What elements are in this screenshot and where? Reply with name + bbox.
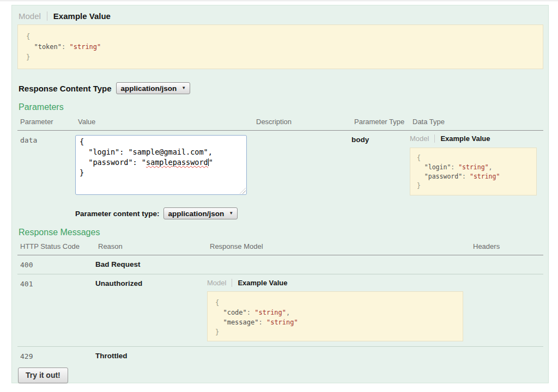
response-row-429: 429 Throttled xyxy=(17,347,543,366)
col-header-http-status-code: HTTP Status Code xyxy=(17,238,95,255)
parameter-type: body xyxy=(351,131,410,196)
response-row-401: 401 Unauthorized Model Example Value { "… xyxy=(17,274,543,347)
parameter-row-data: data { "login": "sample@gmail.com", "pas… xyxy=(17,131,543,196)
response-messages-table: HTTP Status Code Reason Response Model H… xyxy=(17,238,543,365)
response-content-type-row: Response Content Type application/json ▼ xyxy=(19,82,543,94)
col-header-parameter-type: Parameter Type xyxy=(351,113,410,131)
col-header-value: Value xyxy=(75,113,253,131)
parameter-content-type-label: Parameter content type: xyxy=(75,210,160,218)
response-401-example-code: { "code": "string", "message": "string" … xyxy=(207,291,463,341)
col-header-reason: Reason xyxy=(95,238,207,255)
data-type-tabs: Model Example Value xyxy=(410,134,543,143)
status-code: 400 xyxy=(17,255,95,274)
col-header-parameter: Parameter xyxy=(17,113,75,131)
textarea-text: "login": "sample@gmail.com", xyxy=(80,147,242,157)
tab-divider xyxy=(434,134,435,143)
code-text: { xyxy=(417,154,421,162)
col-header-headers: Headers xyxy=(470,238,543,255)
parameter-name: data xyxy=(17,131,75,196)
response-content-type-label: Response Content Type xyxy=(19,84,112,93)
data-type-example-code: { "login": "string", "password": "string… xyxy=(410,148,537,195)
tab-model[interactable]: Model xyxy=(19,11,41,21)
parameters-heading: Parameters xyxy=(19,102,543,112)
parameters-table: Parameter Value Description Parameter Ty… xyxy=(17,113,543,219)
status-code: 401 xyxy=(17,274,95,347)
response-row-400: 400 Bad Request xyxy=(17,255,543,274)
code-text: { xyxy=(26,33,30,40)
tab-model[interactable]: Model xyxy=(410,134,429,143)
chevron-down-icon: ▼ xyxy=(229,211,233,216)
textarea-text: { xyxy=(80,137,242,147)
code-text: } xyxy=(26,53,30,61)
reason: Throttled xyxy=(95,347,207,366)
code-text: } xyxy=(215,328,219,336)
tab-example-value[interactable]: Example Value xyxy=(238,279,287,287)
response-class-tabs: Model Example Value xyxy=(19,11,543,21)
textarea-text: } xyxy=(80,168,242,178)
textarea-resize-handle[interactable] xyxy=(240,188,246,194)
reason: Unauthorized xyxy=(95,274,207,347)
swagger-operation-panel: Model Example Value { "token": "string" … xyxy=(11,5,549,383)
code-text: { xyxy=(215,299,219,307)
chevron-down-icon: ▼ xyxy=(181,86,186,90)
tab-model[interactable]: Model xyxy=(207,279,226,287)
code-text: "token" xyxy=(26,43,62,51)
status-code: 429 xyxy=(17,347,95,366)
parameter-content-type-row: Parameter content type: application/json… xyxy=(75,207,543,219)
select-value: application/json xyxy=(121,84,177,93)
col-header-description: Description xyxy=(253,113,351,131)
textarea-text: "password": "samplepassword" xyxy=(80,157,242,168)
tab-divider xyxy=(232,279,232,287)
tab-divider xyxy=(47,11,47,21)
misspelled-word: samplepassword xyxy=(146,158,208,167)
response-messages-heading: Response Messages xyxy=(19,228,543,237)
col-header-data-type: Data Type xyxy=(410,113,543,131)
code-text: } xyxy=(417,182,421,189)
response-example-code: { "token": "string" } xyxy=(17,24,543,69)
try-it-out-button[interactable]: Try it out! xyxy=(18,367,68,383)
tab-example-value[interactable]: Example Value xyxy=(53,11,111,21)
response-model-tabs: Model Example Value xyxy=(207,279,470,287)
tab-example-value[interactable]: Example Value xyxy=(440,134,490,143)
reason: Bad Request xyxy=(95,255,207,274)
parameter-description xyxy=(253,131,351,196)
response-content-type-select[interactable]: application/json ▼ xyxy=(116,82,191,94)
page-top-divider xyxy=(0,1,558,1)
col-header-response-model: Response Model xyxy=(207,238,470,255)
select-value: application/json xyxy=(168,210,225,218)
parameter-value-textarea[interactable]: { "login": "sample@gmail.com", "password… xyxy=(75,135,247,195)
parameter-content-type-select[interactable]: application/json ▼ xyxy=(163,207,238,219)
